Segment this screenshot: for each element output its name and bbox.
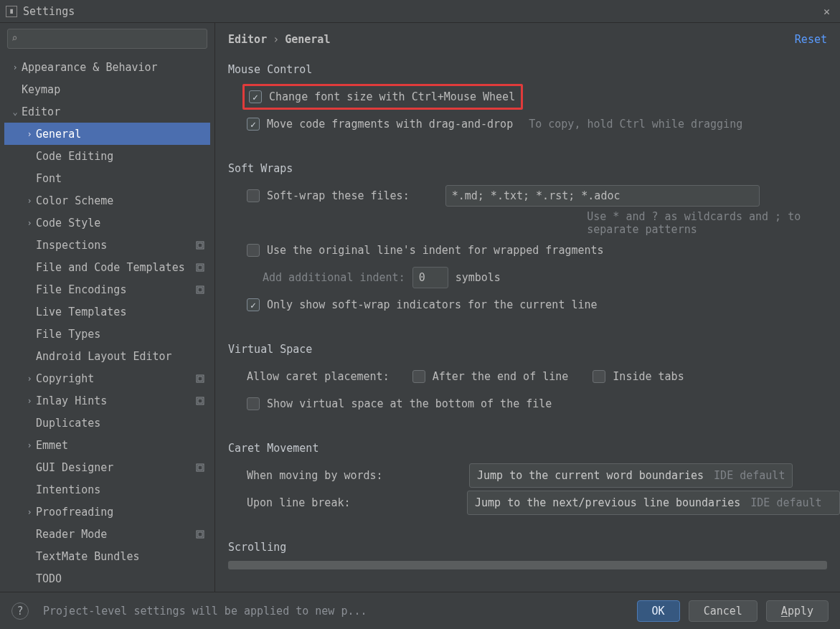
app-icon: ∎ (6, 6, 17, 17)
label-change-font-size: Change font size with Ctrl+Mouse Wheel (269, 90, 515, 103)
tree-item[interactable]: Android Layout Editor (4, 345, 210, 367)
project-scope-icon (194, 284, 206, 295)
tree-item[interactable]: ›General (4, 123, 210, 145)
window-title: Settings (23, 5, 75, 18)
tree-item[interactable]: Live Templates (4, 301, 210, 323)
svg-rect-9 (198, 399, 202, 403)
tree-item-label: Emmet (36, 439, 210, 452)
chevron-right-icon[interactable]: › (23, 374, 36, 384)
horizontal-scrollbar[interactable] (228, 561, 827, 569)
checkbox-inside-tabs[interactable] (593, 370, 605, 383)
tree-item[interactable]: Code Editing (4, 145, 210, 167)
chevron-right-icon[interactable]: › (23, 129, 36, 139)
tree-item[interactable]: Keymap (4, 78, 210, 100)
label-after-eol: After the end of line (433, 370, 569, 383)
label-add-indent: Add additional indent: (263, 271, 405, 284)
tree-item[interactable]: ›Copyright (4, 367, 210, 389)
breadcrumb-root[interactable]: Editor (228, 33, 267, 46)
project-scope-icon (194, 373, 206, 384)
tree-item-label: Inspections (36, 239, 194, 252)
chevron-right-icon[interactable]: › (23, 218, 36, 228)
label-only-current-line: Only show soft-wrap indicators for the c… (267, 298, 598, 311)
tree-item-label: Proofreading (36, 506, 210, 519)
select-line-break-hint: IDE default (750, 496, 821, 509)
label-caret-placement: Allow caret placement: (247, 370, 390, 383)
tree-item[interactable]: File Types (4, 323, 210, 345)
tree-item-label: GUI Designer (36, 461, 194, 474)
select-moving-words[interactable]: Jump to the current word boundaries IDE … (469, 463, 793, 488)
tree-item[interactable]: TextMate Bundles (4, 545, 210, 567)
checkbox-drag-drop[interactable] (247, 118, 260, 131)
label-moving-words: When moving by words: (247, 469, 397, 482)
tree-item[interactable]: Inspections (4, 234, 210, 256)
hint-drag-drop: To copy, hold Ctrl while dragging (529, 118, 742, 131)
tree-item[interactable]: GUI Designer (4, 456, 210, 478)
tree-item[interactable]: Duplicates (4, 412, 210, 434)
tree-item-label: File Encodings (36, 283, 194, 296)
help-icon[interactable]: ? (11, 602, 29, 620)
chevron-right-icon[interactable]: › (23, 440, 36, 450)
tree-item-label: Live Templates (36, 306, 210, 318)
checkbox-original-indent[interactable] (247, 244, 260, 257)
tree-item-label: Editor (22, 105, 210, 118)
tree-item-label: Android Layout Editor (36, 350, 210, 363)
tree-item-label: Color Scheme (36, 194, 210, 207)
chevron-right-icon[interactable]: › (9, 62, 22, 72)
select-line-break-value: Jump to the next/previous line boundarie… (475, 496, 740, 509)
select-line-break[interactable]: Jump to the next/previous line boundarie… (467, 491, 840, 515)
tree-item-label: File Types (36, 328, 210, 341)
ok-button[interactable]: OK (637, 600, 680, 622)
label-virtual-bottom: Show virtual space at the bottom of the … (267, 397, 552, 410)
breadcrumb-leaf: General (285, 33, 330, 46)
tree-item[interactable]: Intentions (4, 478, 210, 501)
tree-item-label: Reader Mode (36, 528, 194, 541)
label-softwrap-files: Soft-wrap these files: (267, 189, 410, 202)
svg-rect-13 (198, 532, 202, 536)
select-moving-words-value: Jump to the current word boundaries (477, 469, 704, 482)
settings-search-input[interactable] (7, 29, 207, 49)
project-scope-icon (194, 529, 206, 540)
reset-link[interactable]: Reset (795, 33, 827, 46)
hint-softwrap-patterns: Use * and ? as wildcards and ; to separa… (587, 210, 840, 236)
tree-item[interactable]: File and Code Templates (4, 256, 210, 278)
input-softwrap-patterns[interactable] (445, 185, 760, 207)
section-virtual-space: Virtual Space (228, 343, 840, 356)
svg-rect-1 (198, 243, 202, 247)
tree-item[interactable]: ›Emmet (4, 434, 210, 456)
svg-rect-11 (198, 465, 202, 470)
checkbox-only-current-line[interactable] (247, 298, 260, 311)
tree-item[interactable]: TODO (4, 567, 210, 590)
chevron-right-icon[interactable]: › (23, 396, 36, 406)
tree-item[interactable]: ›Color Scheme (4, 189, 210, 212)
tree-item[interactable]: ⌄Editor (4, 100, 210, 123)
tree-item[interactable]: ›Code Style (4, 212, 210, 234)
label-symbols: symbols (456, 271, 501, 284)
chevron-down-icon[interactable]: ⌄ (9, 107, 22, 117)
search-icon: ⌕ (11, 32, 17, 44)
input-add-indent[interactable] (412, 267, 448, 288)
tree-item-label: Code Style (36, 217, 210, 230)
checkbox-after-eol[interactable] (412, 370, 425, 383)
tree-item[interactable]: ›Inlay Hints (4, 389, 210, 412)
settings-content[interactable]: Mouse Control Change font size with Ctrl… (215, 50, 840, 592)
cancel-button[interactable]: Cancel (689, 600, 758, 622)
tree-item[interactable]: Font (4, 167, 210, 189)
tree-item-label: Font (36, 172, 210, 185)
label-inside-tabs: Inside tabs (613, 370, 684, 383)
tree-item[interactable]: ›Appearance & Behavior (4, 56, 210, 78)
tree-item[interactable]: ›Proofreading (4, 501, 210, 523)
checkbox-virtual-bottom[interactable] (247, 397, 260, 410)
project-scope-icon (194, 240, 206, 251)
svg-rect-7 (198, 377, 202, 381)
close-icon[interactable]: ✕ (819, 5, 834, 18)
settings-tree[interactable]: ›Appearance & BehaviorKeymap⌄Editor›Gene… (4, 56, 210, 592)
checkbox-softwrap-files[interactable] (247, 189, 260, 202)
tree-item[interactable]: File Encodings (4, 278, 210, 301)
tree-item[interactable]: Reader Mode (4, 523, 210, 545)
apply-button[interactable]: Apply (766, 600, 829, 622)
checkbox-change-font-size[interactable] (249, 90, 262, 103)
chevron-right-icon[interactable]: › (23, 196, 36, 206)
chevron-right-icon[interactable]: › (23, 507, 36, 517)
section-caret-movement: Caret Movement (228, 442, 840, 455)
tree-item-label: General (36, 128, 210, 141)
